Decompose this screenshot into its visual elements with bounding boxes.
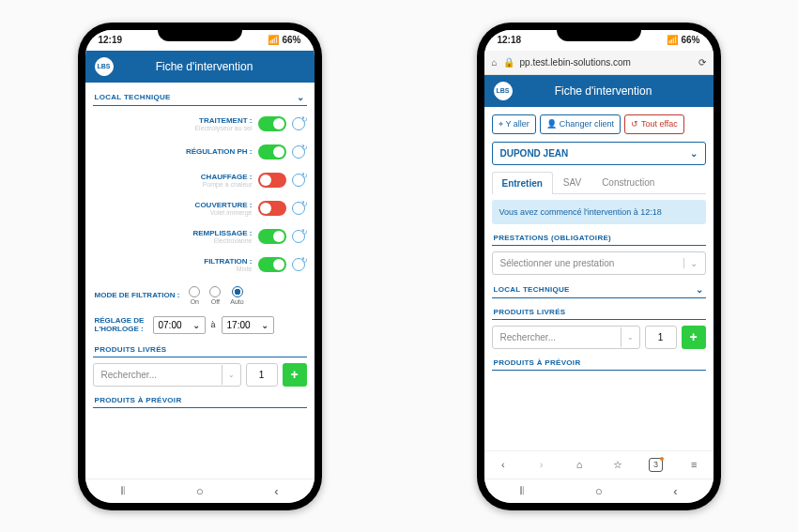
page-title: Fiche d'intervention	[522, 84, 685, 98]
user-icon: 👤	[546, 119, 557, 129]
radio-group: On Off Auto	[189, 286, 243, 305]
battery-text: 66%	[681, 35, 699, 45]
home-icon[interactable]: ○	[196, 484, 204, 498]
prestation-select[interactable]: Sélectionner une prestation ⌄	[492, 251, 706, 275]
history-icon[interactable]	[292, 258, 305, 271]
toggle-switch[interactable]	[258, 173, 286, 188]
phone-left: 12:19 📶 66% LBS Fiche d'intervention LOC…	[78, 23, 322, 510]
section-produits-prevoir[interactable]: PRODUITS À PRÉVOIR	[93, 392, 307, 408]
add-button[interactable]: +	[682, 326, 706, 349]
search-input[interactable]: Rechercher... ⌄	[492, 326, 640, 349]
tab-entretien[interactable]: Entretien	[492, 172, 553, 194]
status-time: 12:19	[99, 35, 123, 45]
back-icon[interactable]: ‹	[274, 484, 278, 498]
history-icon[interactable]	[292, 174, 305, 187]
undo-icon: ↺	[631, 119, 638, 129]
android-nav-bar: ⦀ ○ ‹	[484, 479, 714, 503]
toggle-list: TRAITEMENT : Électrolyseur au sel RÉGULA…	[93, 112, 307, 277]
status-right: 📶 66%	[667, 35, 699, 45]
add-button[interactable]: +	[283, 363, 307, 387]
history-icon[interactable]	[292, 117, 305, 130]
product-search-row: Rechercher... ⌄ 1 +	[93, 363, 307, 387]
history-icon[interactable]	[292, 145, 305, 159]
radio-off[interactable]: Off	[209, 286, 221, 305]
tab-sav[interactable]: SAV	[553, 171, 591, 193]
screen-left: 12:19 📶 66% LBS Fiche d'intervention LOC…	[85, 30, 315, 503]
search-input[interactable]: Rechercher... ⌄	[93, 363, 241, 387]
content: LOCAL TECHNIQUE TRAITEMENT : Électrolyse…	[85, 83, 315, 479]
signal-icon: 📶	[667, 35, 678, 45]
tabs: Entretien SAV Construction	[492, 171, 706, 194]
clear-all-button[interactable]: ↺ Tout effac	[624, 114, 684, 134]
tabs-icon[interactable]: 3	[648, 457, 663, 472]
client-select[interactable]: DUPOND JEAN	[492, 142, 706, 165]
mode-filtration-row: MODE DE FILTRATION : On Off Auto	[93, 282, 307, 309]
android-nav-bar: ⦀ ○ ‹	[85, 479, 315, 503]
section-prestations: PRESTATIONS (OBLIGATOIRE)	[492, 230, 706, 246]
menu-icon[interactable]: ≡	[686, 457, 701, 472]
status-time: 12:18	[498, 35, 522, 45]
history-icon[interactable]	[292, 230, 305, 243]
change-client-button[interactable]: 👤 Changer client	[540, 114, 621, 134]
toggle-chauffage: CHAUFFAGE : Pompe à chaleur	[95, 168, 305, 192]
home-icon[interactable]: ⌂	[492, 57, 498, 68]
logo-icon: LBS	[95, 57, 114, 76]
action-buttons: ⌖ Y aller 👤 Changer client ↺ Tout effac	[492, 113, 706, 136]
toggle-regulation-ph: RÉGULATION PH :	[95, 140, 305, 164]
section-produits-livres[interactable]: PRODUITS LIVRÉS	[93, 342, 307, 357]
chevron-down-icon	[690, 148, 698, 159]
quantity-input[interactable]: 1	[246, 363, 278, 387]
nav-forward-icon[interactable]: ›	[533, 457, 548, 472]
product-search-row: Rechercher... ⌄ 1 +	[492, 326, 706, 349]
app-header: LBS Fiche d'intervention	[85, 51, 315, 83]
section-local-technique[interactable]: LOCAL TECHNIQUE	[492, 281, 706, 298]
lock-icon: 🔒	[503, 57, 514, 68]
app-header: LBS Fiche d'intervention	[484, 75, 714, 107]
home-icon[interactable]: ○	[595, 484, 603, 498]
tab-construction[interactable]: Construction	[591, 171, 665, 193]
time-to-input[interactable]: 17:00 ⌄	[222, 316, 274, 334]
phone-right: 12:18 📶 66% ⌂ 🔒 pp.test.lebin-solutions.…	[477, 23, 721, 510]
toggle-switch[interactable]	[258, 144, 286, 160]
toggle-couverture: COUVERTURE : Volet immergé	[95, 196, 305, 220]
back-icon[interactable]: ‹	[673, 484, 677, 498]
time-sep: à	[211, 320, 216, 329]
toggle-switch[interactable]	[258, 116, 286, 131]
chevron-down-icon: ⌄	[192, 320, 200, 330]
map-icon: ⌖	[499, 119, 503, 129]
chevron-down-icon: ⌄	[261, 320, 269, 330]
battery-text: 66%	[282, 35, 300, 45]
time-from-input[interactable]: 07:00 ⌄	[153, 316, 206, 334]
chevron-down-icon: ⌄	[222, 365, 240, 385]
content: ⌖ Y aller 👤 Changer client ↺ Tout effac …	[484, 107, 714, 450]
nav-home-icon[interactable]: ⌂	[572, 457, 587, 472]
mode-label: MODE DE FILTRATION :	[95, 291, 180, 299]
toggle-switch[interactable]	[258, 229, 286, 244]
chevron-down-icon: ⌄	[683, 258, 698, 268]
toggle-remplissage: REMPLISSAGE : Électrovanne	[95, 224, 305, 249]
chevron-down-icon	[696, 284, 703, 295]
radio-on[interactable]: On	[189, 286, 200, 305]
toggle-filtration: FILTRATION : Mixte	[95, 252, 305, 277]
recent-apps-icon[interactable]: ⦀	[519, 483, 524, 498]
radio-auto[interactable]: Auto	[230, 286, 243, 305]
bookmark-icon[interactable]: ☆	[610, 457, 625, 472]
toggle-switch[interactable]	[258, 201, 286, 216]
section-local-technique[interactable]: LOCAL TECHNIQUE	[93, 88, 307, 106]
section-produits-prevoir[interactable]: PRODUITS À PRÉVOIR	[492, 355, 706, 371]
screen-right: 12:18 📶 66% ⌂ 🔒 pp.test.lebin-solutions.…	[484, 30, 714, 503]
chevron-down-icon	[297, 92, 304, 102]
go-button[interactable]: ⌖ Y aller	[492, 114, 536, 134]
browser-address-bar[interactable]: ⌂ 🔒 pp.test.lebin-solutions.com ⟳	[484, 51, 714, 75]
recent-apps-icon[interactable]: ⦀	[120, 483, 125, 498]
signal-icon: 📶	[268, 35, 279, 45]
toggle-switch[interactable]	[258, 257, 286, 272]
toggle-traitement: TRAITEMENT : Électrolyseur au sel	[95, 112, 305, 136]
clock-setting-row: RÉGLAGE DE L'HORLOGE : 07:00 ⌄ à 17:00 ⌄	[93, 314, 307, 336]
nav-back-icon[interactable]: ‹	[496, 457, 511, 472]
history-icon[interactable]	[292, 202, 305, 215]
quantity-input[interactable]: 1	[645, 326, 677, 349]
section-produits-livres[interactable]: PRODUITS LIVRÉS	[492, 304, 706, 320]
url-text: pp.test.lebin-solutions.com	[520, 57, 693, 68]
reload-icon[interactable]: ⟳	[698, 57, 706, 68]
